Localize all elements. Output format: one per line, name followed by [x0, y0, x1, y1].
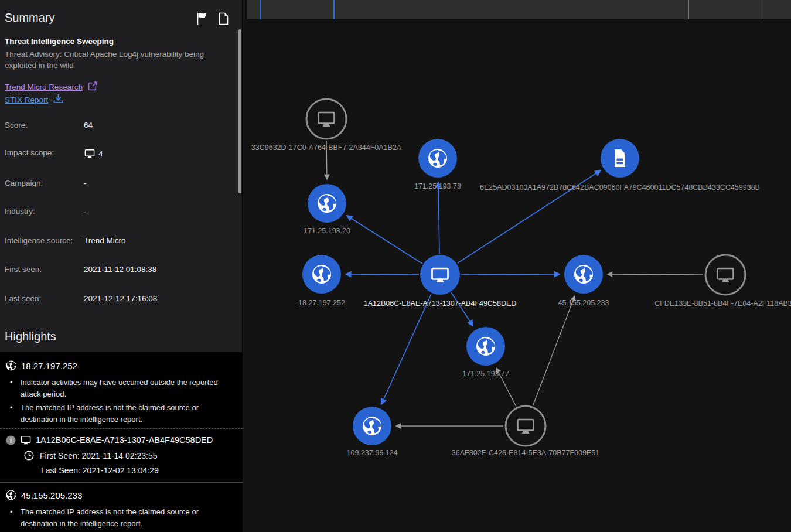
globe-icon — [6, 360, 16, 371]
highlight-notes: The matched IP address is not the claime… — [6, 506, 237, 529]
highlight-entity[interactable]: 45.155.205.233 — [21, 490, 82, 500]
summary-panel: Summary Threat Intelligence Sweeping Thr… — [0, 0, 243, 532]
highlight-item-endpoint: 1A12B06C-E8AE-A713-1307-AB4F49C58DED — [6, 435, 237, 445]
highlight-last-seen: Last Seen: 2021-12-02 13:04:29 — [41, 466, 159, 475]
workbench-root: Summary Threat Intelligence Sweeping Thr… — [0, 0, 791, 532]
graph-node-endpoint-unaffected[interactable] — [705, 255, 745, 295]
node-label: 33C9632D-17C0-A764-BBF7-2A344F0A1B2A — [251, 144, 402, 152]
graph-node-ip[interactable] — [308, 184, 346, 223]
report-type: Threat Intelligence Sweeping — [5, 37, 114, 46]
info-icon — [6, 435, 16, 445]
summary-title: Summary — [5, 11, 55, 25]
globe-icon — [476, 337, 495, 356]
graph-edge — [461, 274, 560, 275]
graph-edge — [533, 296, 575, 405]
highlight-notes: Indicator activities may have occurred o… — [6, 377, 237, 425]
stix-report-link[interactable]: STIX Report — [5, 96, 48, 104]
node-label: CFDE133E-8B51-8B4F-7E04-A2F118AB32 — [654, 299, 791, 308]
highlight-item-ip2: 45.155.205.233 — [6, 490, 237, 500]
separator — [0, 428, 243, 429]
highlight-entity[interactable]: 1A12B06C-E8AE-A713-1307-AB4F49C58DED — [36, 435, 213, 445]
separator — [0, 482, 243, 483]
highlight-first-seen: First Seen: 2021-11-14 02:23:55 — [40, 451, 158, 461]
node-label: 171.25.193.20 — [304, 227, 350, 235]
graph-canvas[interactable]: 33C9632D-17C0-A764-BBF7-2A344F0A1B2A 171… — [243, 0, 791, 532]
node-label: 1A12B06C-E8AE-A713-1307-AB4F49C58DED — [364, 299, 517, 308]
globe-icon — [312, 265, 331, 284]
node-label: 36AF802E-C426-E814-5E3A-70B77F009E51 — [452, 449, 599, 457]
node-label: 6E25AD03103A1A972B78C642BAC09060FA79C460… — [480, 183, 760, 192]
node-label: 45.155.205.233 — [558, 299, 609, 307]
node-label: 18.27.197.252 — [298, 299, 345, 307]
trend-micro-research-link[interactable]: Trend Micro Research — [5, 83, 83, 91]
graph-edge — [438, 182, 439, 254]
highlight-item-ip1: 18.27.197.252 — [6, 360, 237, 371]
correlation-graph-pane: 33C9632D-17C0-A764-BBF7-2A344F0A1B2A 171… — [243, 0, 791, 532]
graph-edge — [346, 274, 419, 275]
graph-edge — [608, 274, 703, 275]
globe-icon — [428, 149, 447, 168]
report-title: Threat Advisory: Critical Apache Log4j v… — [5, 49, 232, 71]
download-icon[interactable] — [53, 94, 63, 105]
globe-icon — [363, 417, 381, 435]
panel-scrollbar[interactable] — [238, 29, 241, 193]
globe-icon — [574, 265, 593, 284]
node-label: 171.25.193.78 — [414, 182, 461, 190]
graph-node-endpoint-unaffected[interactable] — [306, 99, 346, 139]
endpoint-icon — [20, 435, 32, 445]
globe-icon — [318, 194, 336, 213]
graph-node-endpoint-affected[interactable] — [420, 255, 460, 295]
highlight-entity[interactable]: 18.27.197.252 — [21, 361, 77, 371]
impact-scope-value[interactable]: 4 — [84, 148, 103, 159]
clock-icon — [24, 451, 34, 461]
report-page-icon[interactable] — [218, 12, 229, 25]
node-label: 109.237.96.124 — [347, 449, 398, 457]
graph-node-ip[interactable] — [353, 407, 391, 445]
node-label: 171.25.193.77 — [462, 370, 509, 378]
graph-edge — [451, 292, 473, 326]
graph-node-ip[interactable] — [418, 139, 457, 178]
graph-node-endpoint-unaffected[interactable] — [506, 406, 545, 446]
file-icon — [615, 149, 625, 167]
graph-edge — [381, 294, 431, 404]
globe-icon — [6, 490, 16, 500]
external-link-icon[interactable] — [88, 81, 98, 93]
graph-node-ip[interactable] — [564, 255, 603, 294]
graph-edge — [347, 216, 422, 264]
highlights-list: 18.27.197.252 Indicator activities may h… — [0, 352, 243, 532]
graph-node-file[interactable] — [601, 139, 639, 178]
highlights-title: Highlights — [5, 330, 56, 343]
graph-node-ip[interactable] — [466, 327, 505, 366]
graph-node-ip[interactable] — [302, 255, 341, 294]
endpoint-icon — [84, 148, 96, 159]
flag-icon[interactable] — [196, 12, 209, 25]
